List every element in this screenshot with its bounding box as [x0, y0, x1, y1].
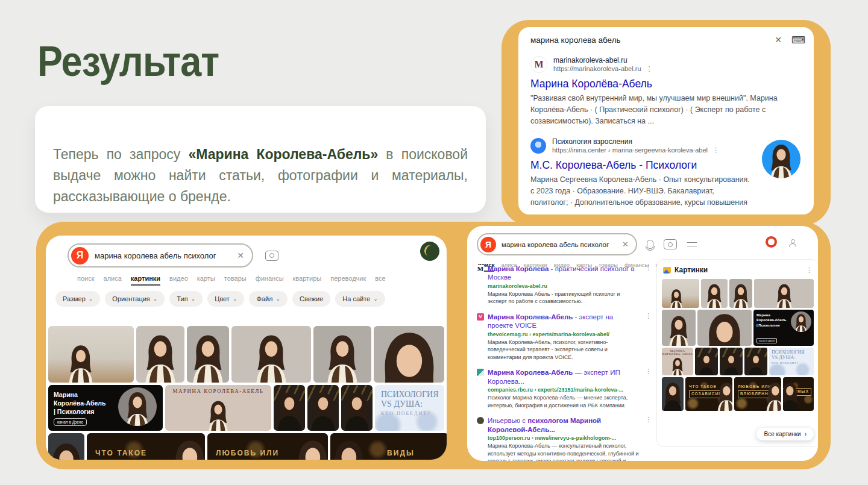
result-title-link[interactable]: Марина Королева - практический психолог …: [488, 264, 637, 282]
kebab-menu-icon[interactable]: ⋮: [645, 368, 652, 375]
filter-chip[interactable]: На сайте⌄: [335, 291, 385, 307]
tab[interactable]: финансы: [256, 275, 284, 286]
video-thumbnail[interactable]: [307, 385, 339, 431]
website-thumbnail[interactable]: МАРИНА КОРОЛЁВА-АБЕЛЬ: [165, 385, 271, 431]
tab[interactable]: переводчик: [330, 275, 366, 286]
tab[interactable]: квартиры: [293, 275, 322, 286]
tab[interactable]: все: [375, 275, 385, 286]
image-thumbnail[interactable]: [187, 326, 229, 383]
website-thumbnail[interactable]: МАРИНА КОРОЛЁВА-АБЕЛЬ: [662, 348, 693, 375]
result-snippet: Марина Королева-Абель — консультативный …: [488, 442, 640, 461]
article-thumbnail[interactable]: ПСИХОЛОГИЯVS ДУША:КТО ПОБЕДИТ?: [769, 348, 814, 375]
filter-chip[interactable]: Ориентация⌄: [105, 291, 165, 307]
result-favicon: [477, 369, 484, 376]
video-thumbnail[interactable]: ЛЮБОВЬ ИЛИВЛЮБЛЕННОСТЬ?: [207, 433, 328, 460]
result-url[interactable]: thevoicemag.ru › experts/marina-koroleva…: [488, 331, 652, 337]
image-thumbnail[interactable]: [374, 326, 444, 383]
tab[interactable]: товары: [224, 275, 247, 286]
clear-search-icon[interactable]: ✕: [237, 251, 244, 260]
result-url[interactable]: companies.rbc.ru › experts/23151/marina-…: [488, 387, 652, 393]
video-thumbnail[interactable]: ВИДЫСОЗАВИСИМЫХ: [783, 377, 814, 411]
image-thumbnail[interactable]: [231, 326, 311, 383]
images-panel-title[interactable]: Картинки: [675, 266, 708, 274]
video-thumbnail[interactable]: [274, 385, 305, 431]
result-title-link[interactable]: Иньервью с психологом Мариной Королевой-…: [488, 416, 637, 434]
kebab-menu-icon[interactable]: ⋮: [646, 66, 653, 72]
result-site: Психология взросления: [552, 137, 719, 146]
video-thumbnail[interactable]: СТОРОНЫ: [48, 433, 84, 460]
clear-search-icon[interactable]: ✕: [622, 240, 629, 249]
yandex-logo[interactable]: Я: [480, 237, 496, 252]
google-search-bar[interactable]: марина королева абель ✕ ⌨: [518, 27, 814, 50]
yandex-browser-icon[interactable]: [766, 236, 777, 248]
result-thumbnail[interactable]: [762, 140, 800, 178]
tab[interactable]: карты: [197, 275, 215, 286]
image-thumbnail[interactable]: [697, 310, 752, 346]
profile-icon[interactable]: [789, 239, 795, 245]
result-url: https://marinakoroleva-abel.ru: [553, 65, 641, 74]
image-search-camera-icon[interactable]: [265, 251, 278, 261]
filter-chip[interactable]: Цвет⌄: [207, 291, 244, 307]
yandex-search-input[interactable]: марина королева абель психолог: [502, 241, 609, 248]
result-title-link[interactable]: Марина Королева-Абель - эксперт на проек…: [488, 313, 637, 330]
video-thumbnail[interactable]: [744, 348, 767, 375]
voice-search-icon[interactable]: [647, 240, 653, 249]
kebab-menu-icon[interactable]: ⋮: [645, 264, 652, 271]
tab[interactable]: картинки: [131, 275, 160, 286]
page-title: Результат: [37, 37, 219, 86]
image-thumbnail[interactable]: [313, 326, 371, 383]
tab[interactable]: алиса: [104, 275, 122, 286]
video-thumbnail[interactable]: [720, 348, 743, 375]
yandex-images-screenshot: Я марина королева абель психолог ✕ поиск…: [46, 236, 447, 460]
yandex-result: Марина Королева-Абель — эксперт ИП Корол…: [477, 368, 652, 409]
video-thumbnail[interactable]: ЧТО ТАКОЕСОЗАВИСИМОСТЬ?: [685, 377, 732, 411]
video-thumbnail[interactable]: ЧТО ТАКОЕСОЗАВИСИМОСТЬ?: [87, 433, 205, 460]
dzen-channel-thumbnail[interactable]: МаринаКоролёва-Абель| Психология канал в…: [48, 385, 163, 431]
filter-chip[interactable]: Размер⌄: [55, 291, 100, 307]
image-thumbnail[interactable]: [662, 310, 696, 346]
filter-chip[interactable]: Файл⌄: [249, 291, 288, 307]
tab[interactable]: видео: [169, 275, 188, 286]
video-thumbnail[interactable]: ВИДЫСОЗАВИСИМЫХОТНОШЕНИЙ: [330, 433, 447, 460]
image-search-camera-icon[interactable]: [664, 239, 677, 249]
result-site: marinakoroleva-abel.ru: [553, 56, 653, 65]
result-url[interactable]: top100person.ru › news/inervyu-s-psikhol…: [488, 435, 652, 441]
result-title-link[interactable]: М.С. Королева-Абель - Психологи: [530, 159, 752, 172]
kebab-menu-icon[interactable]: ⋮: [806, 267, 813, 274]
kebab-menu-icon[interactable]: ⋮: [645, 313, 652, 319]
keyboard-icon[interactable]: ⌨: [791, 34, 805, 46]
result-url[interactable]: marinakoroleva-abel.ru: [488, 283, 652, 289]
result-snippet: Марина Королева-Абель, психолог, когнити…: [488, 339, 640, 361]
dzen-button[interactable]: канал в Дзене: [54, 418, 87, 426]
yandex-logo[interactable]: Я: [71, 247, 89, 264]
result-title-link[interactable]: Марина Королёва-Абель: [530, 78, 802, 90]
result-favicon: [477, 417, 484, 424]
video-thumbnail[interactable]: [341, 385, 373, 431]
article-thumbnail[interactable]: ПСИХОЛОГИЯVS ДУША:КТО ПОБЕДИТ?: [375, 385, 444, 431]
clear-search-icon[interactable]: ✕: [775, 35, 782, 45]
kebab-menu-icon[interactable]: ⋮: [712, 147, 719, 154]
image-thumbnail[interactable]: [48, 326, 134, 383]
image-thumbnail[interactable]: [701, 279, 728, 308]
all-images-button[interactable]: Все картинки›: [756, 428, 814, 440]
filter-chip[interactable]: Свежие: [292, 291, 330, 307]
google-search-input[interactable]: марина королева абель: [530, 36, 621, 45]
yandex-search-bar[interactable]: Я марина королева абель психолог ✕: [477, 233, 637, 255]
yandex-search-bar[interactable]: Я марина королева абель психолог ✕: [68, 243, 253, 268]
video-thumbnail[interactable]: [695, 348, 718, 375]
video-thumbnail[interactable]: ЛЮБОВЬ ИЛИВЛЮБЛЕННОСТЬ?: [734, 377, 781, 411]
dzen-channel-thumbnail[interactable]: МаринаКоролёва-Абель| Психология канал в…: [753, 310, 814, 346]
result-title-link[interactable]: Марина Королева-Абель — эксперт ИП Корол…: [488, 368, 637, 386]
image-thumbnail[interactable]: [729, 279, 752, 308]
tab[interactable]: поиск: [77, 275, 95, 286]
video-thumbnail[interactable]: [662, 377, 684, 411]
image-thumbnail[interactable]: [136, 326, 184, 383]
result-favicon: M: [477, 265, 484, 272]
image-thumbnail[interactable]: [754, 279, 814, 308]
filter-chip[interactable]: Тип⌄: [169, 291, 203, 307]
yandex-search-input[interactable]: марина королева абель психолог: [95, 251, 216, 260]
image-thumbnail[interactable]: [662, 279, 699, 308]
settings-filter-icon[interactable]: [687, 241, 697, 248]
kebab-menu-icon[interactable]: ⋮: [645, 416, 652, 423]
avatar[interactable]: [420, 242, 439, 261]
